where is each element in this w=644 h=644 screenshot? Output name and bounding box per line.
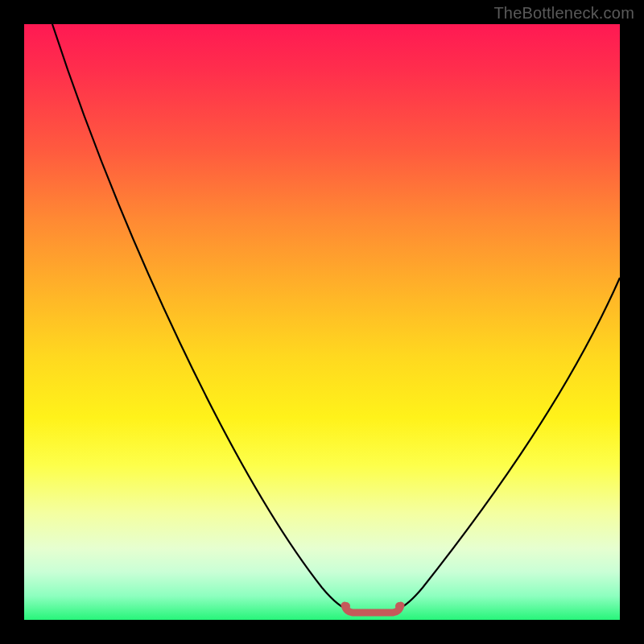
svg-point-0 — [342, 602, 350, 610]
svg-point-1 — [395, 602, 403, 610]
optimal-flat-segment — [342, 602, 403, 613]
watermark-text: TheBottleneck.com — [493, 4, 634, 23]
bottleneck-curve — [24, 24, 620, 620]
chart-frame: TheBottleneck.com — [0, 0, 644, 644]
curve-path — [52, 24, 620, 610]
plot-area — [24, 24, 620, 620]
